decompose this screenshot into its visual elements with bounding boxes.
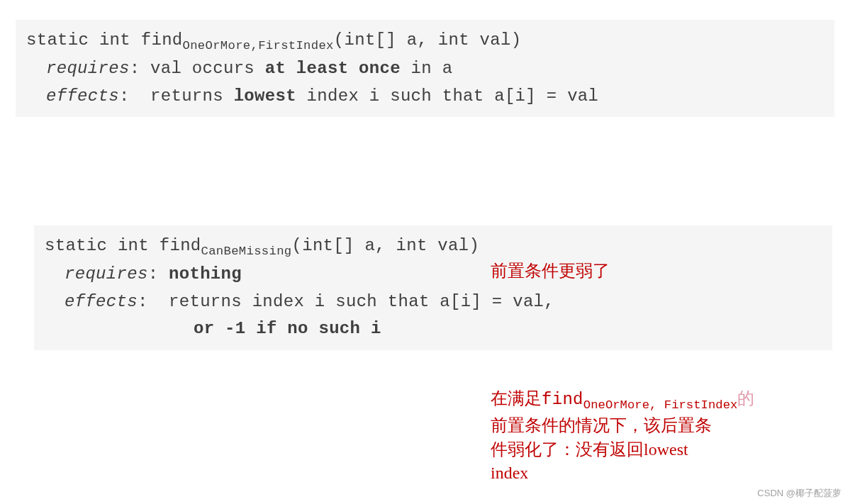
code-block-1: static int findOneOrMore,FirstIndex(int[… — [16, 20, 834, 117]
annotation-2: 在满足findOneOrMore, FirstIndex的 前置条件的情况下，该… — [491, 387, 838, 486]
annot2-line2: 前置条件的情况下，该后置条 — [491, 414, 838, 438]
requires-line-2: requires: nothing — [45, 261, 822, 288]
effects-line-1: effects: returns lowest index i such tha… — [26, 83, 824, 110]
annot2-l1-post: 的 — [737, 389, 754, 408]
req1-label: requires — [46, 59, 130, 78]
req2-label: requires — [65, 264, 148, 284]
signature-line-2: static int findCanBeMissing(int[] a, int… — [45, 233, 822, 261]
annotation-1: 前置条件更弱了 — [491, 259, 610, 284]
eff1-bold: lowest — [234, 86, 296, 106]
annot2-line3: 件弱化了：没有返回lowest — [491, 438, 838, 462]
sig2-pre: static int find — [45, 236, 201, 255]
sig1-pre: static int find — [26, 30, 183, 50]
eff2-text: : returns index i such that a[i] = val, — [138, 292, 554, 311]
eff1-pre: : returns — [119, 86, 234, 106]
req1-pre: : val occurs — [130, 59, 265, 78]
eff1-label: effects — [46, 86, 119, 106]
annot2-l1-pre: 在满足 — [491, 389, 542, 408]
annot2-line1: 在满足findOneOrMore, FirstIndex的 — [491, 387, 838, 414]
req1-post: in a — [401, 59, 453, 78]
req2-bold: nothing — [169, 264, 242, 284]
eff1-post: index i such that a[i] = val — [296, 86, 598, 106]
annot2-l1-sub: OneOrMore, FirstIndex — [583, 398, 738, 412]
sig2-sub: CanBeMissing — [201, 245, 292, 258]
watermark: CSDN @椰子配菠萝 — [757, 487, 841, 500]
eff2-label: effects — [65, 292, 138, 311]
effects-line-2a: effects: returns index i such that a[i] … — [45, 289, 822, 315]
req1-bold: at least once — [265, 59, 401, 78]
sig1-post: (int[] a, int val) — [334, 30, 522, 50]
eff2-bold: or -1 if no such i — [194, 319, 381, 338]
signature-line-1: static int findOneOrMore,FirstIndex(int[… — [26, 27, 824, 55]
req2-pre: : — [148, 264, 169, 284]
sig2-post: (int[] a, int val) — [291, 236, 479, 255]
annot2-line4: index — [491, 461, 838, 486]
code-block-2: static int findCanBeMissing(int[] a, int… — [34, 225, 832, 350]
sig1-sub: OneOrMore,FirstIndex — [183, 39, 334, 52]
requires-line-1: requires: val occurs at least once in a — [26, 55, 824, 82]
effects-line-2b: or -1 if no such i — [45, 315, 822, 342]
annot2-l1-find: find — [542, 390, 583, 409]
